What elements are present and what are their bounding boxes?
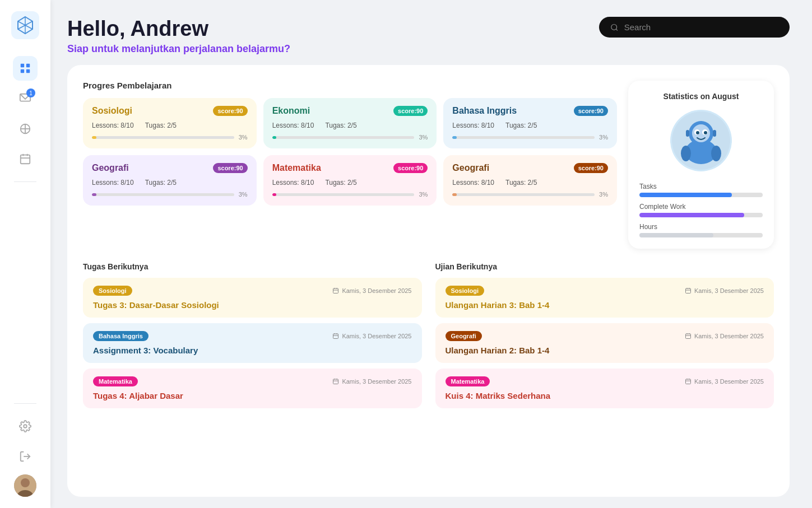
subject-tugas-0: Tugas: 2/5 [145, 122, 177, 129]
app-logo[interactable] [11, 11, 39, 39]
task-header-ujian-list-0: Sosiologi Kamis, 3 Desember 2025 [446, 286, 764, 296]
subject-progress-3: 3% [92, 191, 248, 198]
progress-fill-3 [92, 193, 96, 196]
subject-tugas-5: Tugas: 2/5 [505, 179, 537, 187]
stats-legend: Tasks Complete Work Hours [639, 183, 763, 237]
subject-card-2[interactable]: Bahasa Inggris score:90 Lessons: 8/10 Tu… [443, 98, 617, 148]
user-avatar[interactable] [14, 474, 36, 497]
progress-fill-1 [272, 136, 277, 139]
progress-pct-3: 3% [239, 191, 248, 198]
svg-point-16 [21, 478, 30, 487]
svg-rect-28 [686, 130, 689, 137]
svg-rect-44 [685, 288, 690, 293]
sidebar-item-logout[interactable] [13, 444, 38, 469]
subject-card-0[interactable]: Sosiologi score:90 Lessons: 8/10 Tugas: … [83, 98, 257, 148]
task-card-tugas-list-1[interactable]: Bahasa Inggris Kamis, 3 Desember 2025 As… [83, 323, 422, 363]
subject-progress-5: 3% [452, 191, 608, 198]
task-name-ujian-list-0: Ulangan Harian 3: Bab 1-4 [446, 300, 764, 310]
sidebar-item-settings[interactable] [13, 414, 38, 439]
task-name-tugas-list-2: Tugas 4: Aljabar Dasar [93, 391, 412, 400]
header-text: Hello, Andrew Siap untuk melanjutkan per… [67, 17, 290, 55]
progress-fill-0 [92, 136, 96, 139]
calendar-icon [332, 287, 339, 294]
svg-rect-1 [21, 64, 24, 67]
stats-avatar [670, 110, 732, 171]
subject-card-3[interactable]: Geografi score:90 Lessons: 8/10 Tugas: 2… [83, 155, 257, 206]
calendar-icon [685, 333, 692, 339]
task-tag-ujian-list-0: Sosiologi [446, 286, 485, 296]
main-content: Hello, Andrew Siap untuk melanjutkan per… [50, 0, 812, 508]
svg-point-18 [611, 24, 617, 30]
progress-fill-2 [452, 136, 457, 139]
task-card-ujian-list-2[interactable]: Matematika Kamis, 3 Desember 2025 Kuis 4… [435, 369, 774, 408]
task-header-tugas-list-0: Sosiologi Kamis, 3 Desember 2025 [93, 286, 412, 296]
subject-progress-1: 3% [272, 134, 428, 141]
page-title: Hello, Andrew [67, 17, 290, 41]
subject-name-0: Sosiologi [92, 106, 132, 116]
search-input[interactable] [624, 22, 778, 32]
progress-pct-2: 3% [599, 134, 608, 141]
subject-score-1: score:90 [393, 106, 428, 116]
subject-name-4: Matematika [272, 163, 321, 173]
calendar-icon [685, 287, 692, 294]
task-date-ujian-list-2: Kamis, 3 Desember 2025 [685, 378, 764, 385]
task-date-tugas-list-0: Kamis, 3 Desember 2025 [332, 287, 411, 294]
subject-card-5[interactable]: Geografi score:90 Lessons: 8/10 Tugas: 2… [443, 155, 617, 206]
subject-score-5: score:90 [574, 163, 608, 173]
progress-bar-2 [452, 136, 595, 139]
svg-rect-2 [26, 64, 30, 67]
tugas-title: Tugas Berikutnya [83, 262, 422, 271]
subject-name-5: Geografi [452, 163, 489, 173]
task-date-tugas-list-2: Kamis, 3 Desember 2025 [332, 378, 411, 385]
calendar-icon [332, 333, 339, 339]
progress-title: Progres Pembelajaran [83, 81, 617, 90]
subject-card-1[interactable]: Ekonomi score:90 Lessons: 8/10 Tugas: 2/… [263, 98, 437, 148]
task-tag-tugas-list-0: Sosiologi [93, 286, 132, 296]
task-card-tugas-list-2[interactable]: Matematika Kamis, 3 Desember 2025 Tugas … [83, 369, 422, 408]
progress-bar-5 [452, 193, 595, 196]
subject-name-2: Bahasa Inggris [452, 106, 517, 116]
search-bar[interactable] [599, 17, 790, 38]
svg-rect-52 [685, 379, 690, 384]
task-card-ujian-list-1[interactable]: Geografi Kamis, 3 Desember 2025 Ulangan … [435, 323, 774, 363]
sidebar-item-calendar[interactable] [13, 147, 38, 171]
svg-rect-40 [333, 379, 338, 384]
calendar-icon [332, 378, 339, 385]
task-name-tugas-list-0: Tugas 3: Dasar-Dasar Sosiologi [93, 300, 412, 310]
svg-rect-9 [21, 155, 30, 164]
progress-cards: Progres Pembelajaran Sosiologi score:90 … [83, 81, 617, 249]
task-date-ujian-list-0: Kamis, 3 Desember 2025 [685, 287, 764, 294]
progress-bar-4 [272, 193, 415, 196]
svg-line-19 [616, 29, 618, 30]
legend-hours-bar [639, 233, 763, 237]
legend-complete: Complete Work [639, 203, 763, 217]
task-name-ujian-list-1: Ulangan Harian 2: Bab 1-4 [446, 346, 764, 355]
tugas-list: Sosiologi Kamis, 3 Desember 2025 Tugas 3… [83, 278, 422, 408]
task-header-ujian-list-1: Geografi Kamis, 3 Desember 2025 [446, 331, 764, 341]
subject-grid: Sosiologi score:90 Lessons: 8/10 Tugas: … [83, 98, 617, 206]
stats-panel: Statistics on August [628, 81, 774, 249]
svg-rect-3 [21, 69, 24, 73]
subject-stats-3: Lessons: 8/10 Tugas: 2/5 [92, 179, 248, 187]
subject-tugas-2: Tugas: 2/5 [505, 122, 537, 129]
sidebar-item-design[interactable] [13, 116, 38, 141]
task-date-tugas-list-1: Kamis, 3 Desember 2025 [332, 333, 411, 339]
legend-complete-label: Complete Work [639, 203, 763, 211]
subject-card-4[interactable]: Matematika score:90 Lessons: 8/10 Tugas:… [263, 155, 437, 206]
sidebar-item-messages[interactable]: 1 [13, 86, 38, 111]
legend-tasks-fill [639, 193, 732, 197]
task-name-tugas-list-1: Assignment 3: Vocabulary [93, 346, 412, 355]
legend-tasks-bar [639, 193, 763, 197]
task-card-ujian-list-0[interactable]: Sosiologi Kamis, 3 Desember 2025 Ulangan… [435, 278, 774, 318]
subject-progress-0: 3% [92, 134, 248, 141]
ujian-title: Ujian Berikutnya [435, 262, 774, 271]
subject-tugas-1: Tugas: 2/5 [325, 122, 356, 129]
legend-tasks: Tasks [639, 183, 763, 197]
progress-pct-5: 3% [599, 191, 608, 198]
page-subtitle: Siap untuk melanjutkan perjalanan belaja… [67, 43, 290, 55]
subject-tugas-3: Tugas: 2/5 [145, 179, 177, 187]
subject-stats-1: Lessons: 8/10 Tugas: 2/5 [272, 122, 428, 129]
task-card-tugas-list-0[interactable]: Sosiologi Kamis, 3 Desember 2025 Tugas 3… [83, 278, 422, 318]
sidebar-item-dashboard[interactable] [13, 56, 38, 81]
progress-pct-0: 3% [239, 134, 248, 141]
